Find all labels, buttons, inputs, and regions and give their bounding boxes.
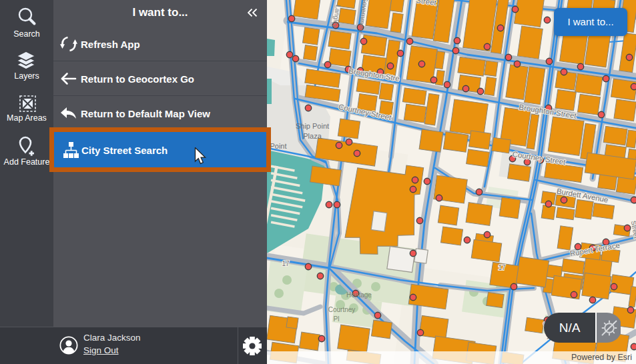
svg-text:Heritage: Heritage [346,291,372,299]
svg-text:Plaza: Plaza [303,132,322,140]
svg-text:Ship Point: Ship Point [296,122,329,130]
svg-text:Pl: Pl [334,315,340,323]
svg-text:Courtney: Courtney [328,306,356,313]
svg-text:Point: Point [270,142,286,150]
svg-text:17: 17 [282,260,290,267]
svg-text:17: 17 [498,264,506,271]
